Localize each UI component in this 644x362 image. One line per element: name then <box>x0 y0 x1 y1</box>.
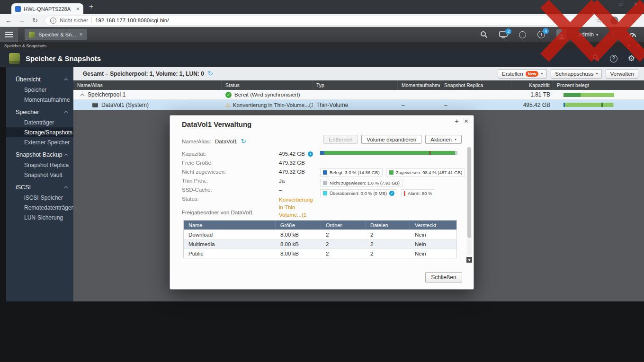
screen: HWL-QNAPTS228A × + – □ × ← → ↻ i Nicht s… <box>0 0 644 362</box>
actions-button[interactable]: Aktionen ▾ <box>425 135 462 144</box>
user-menu[interactable]: admin ▾ <box>578 31 598 38</box>
browser-toolbar-right: ☆ ⋮ <box>590 17 644 25</box>
legend-swatch <box>389 170 394 175</box>
col-snapshot-replica[interactable]: Snapshot Replica <box>440 80 511 90</box>
sidebar-item-storage-snapshots[interactable]: Storage/Snapshots <box>6 127 73 137</box>
tab-close-icon[interactable]: × <box>76 5 80 12</box>
share-row-multimedia[interactable]: Multimedia 8.00 kB 2 2 Nein <box>184 239 456 248</box>
browser-profile-avatar[interactable] <box>610 17 618 25</box>
sidebar-item-snapshot-vault[interactable]: Snapshot Vault <box>6 170 73 180</box>
app-search-icon[interactable] <box>592 54 599 63</box>
volume-name: DataVol1 (System) <box>101 102 149 108</box>
user-avatar[interactable] <box>556 29 567 40</box>
window-tab-title[interactable]: Speicher & Snapshots <box>4 44 46 48</box>
volume-replica: – <box>444 102 447 108</box>
col-name-alias[interactable]: Name/Alias <box>73 80 222 90</box>
scroll-down-button[interactable]: ▼ <box>466 257 472 263</box>
search-icon[interactable] <box>480 31 488 38</box>
dashboard-gauge-icon[interactable] <box>628 31 636 38</box>
rename-refresh-icon[interactable]: ↻ <box>241 138 246 145</box>
col-status[interactable]: Status <box>222 80 313 90</box>
col-momentaufnahme[interactable]: Momentaufnahme <box>398 80 440 90</box>
remove-button[interactable]: Entfernen <box>323 135 358 144</box>
forward-icon[interactable]: → <box>17 17 27 24</box>
window-close-icon[interactable]: × <box>635 1 637 7</box>
shares-col-name[interactable]: Name <box>184 221 276 230</box>
window-tab-add-icon[interactable]: + <box>627 43 631 49</box>
browser-tab[interactable]: HWL-QNAPTS228A × <box>11 3 83 14</box>
app-tab-close-icon[interactable]: × <box>80 31 83 38</box>
app-icon <box>9 53 20 64</box>
external-device-icon[interactable]: 2 <box>499 31 508 38</box>
scrollbar-thumb[interactable] <box>467 147 471 238</box>
collapse-chevron-icon[interactable] <box>80 93 84 97</box>
shares-col-versteckt[interactable]: Versteckt <box>410 221 456 230</box>
create-button[interactable]: Erstellen New ▾ <box>498 69 547 79</box>
open-app-tab[interactable]: Speicher & Sn... × <box>25 29 87 40</box>
sidebar-section-speicher[interactable]: Speicher <box>6 106 73 117</box>
capacity-info-icon[interactable]: i <box>308 151 313 157</box>
favicon <box>15 6 21 12</box>
status-warning-icon: ⚠ <box>225 102 231 108</box>
new-tab-button[interactable]: + <box>89 2 93 11</box>
overallocation-info-icon[interactable]: i <box>389 191 394 196</box>
sidebar-item-snapshot-replica[interactable]: Snapshot Replica <box>6 160 73 170</box>
user-caret-icon: ▾ <box>596 33 598 37</box>
chevron-up-icon <box>64 186 68 190</box>
main-menu-button[interactable] <box>0 27 18 42</box>
window-tab-close-icon[interactable]: × <box>636 43 640 49</box>
sidebar-item-externer-speicher[interactable]: Externer Speicher <box>6 137 73 147</box>
close-dialog-button[interactable]: Schließen <box>425 272 462 283</box>
manage-button[interactable]: Verwalten <box>606 69 638 79</box>
browser-menu-icon[interactable]: ⋮ <box>629 17 638 24</box>
field-freie-groesse: Freie Größe: 479.32 GB <box>182 159 314 168</box>
sidebar-item-datentraeger[interactable]: Datenträger <box>6 117 73 127</box>
table-row-datavol1[interactable]: DataVol1 (System) ⚠ Konvertierung in Thi… <box>73 100 644 110</box>
settings-gear-icon[interactable]: ⚙ <box>628 54 635 62</box>
sidebar-item-remotedatentraeger[interactable]: Remotedatenträger <box>6 203 73 212</box>
sidebar-item-iscsi-speicher[interactable]: iSCSI-Speicher <box>6 193 73 203</box>
chevron-up-icon <box>64 111 68 115</box>
sidebar-section-snapshot-backup[interactable]: Snapshot-Backup <box>6 149 73 160</box>
notifications-icon[interactable]: ! 4 <box>537 31 545 38</box>
dialog-close-icon[interactable]: × <box>464 117 468 125</box>
site-info-icon[interactable]: i <box>50 18 56 24</box>
background-tasks-icon[interactable] <box>519 31 526 38</box>
table-row-pool[interactable]: Speicherpool 1 ✓ Bereit (Wird synchronis… <box>73 90 644 100</box>
sidebar-item-lun-sicherung[interactable]: LUN-Sicherung <box>6 212 73 222</box>
sidebar-item-speicher[interactable]: Speicher <box>6 85 73 95</box>
dialog-scrollbar[interactable] <box>467 146 472 256</box>
sidebar-item-momentaufnahme[interactable]: Momentaufnahme <box>6 95 73 105</box>
shares-table-header: Name Größe Ordner Dateien Versteckt <box>184 221 456 230</box>
col-typ[interactable]: Typ <box>313 80 398 90</box>
window-minimize-icon[interactable]: – <box>606 1 608 7</box>
share-row-public[interactable]: Public 8.00 kB 2 2 Nein <box>184 248 456 258</box>
bookmark-star-icon[interactable]: ☆ <box>594 17 604 24</box>
name-alias-value: DataVol1 <box>215 139 237 144</box>
table-header: Name/Alias Status Typ Momentaufnahme Sna… <box>73 80 644 90</box>
dialog-maximize-icon[interactable]: + <box>455 117 459 125</box>
dialog-title: DataVol1 Verwaltung <box>182 120 251 128</box>
shares-col-dateien[interactable]: Dateien <box>366 221 410 230</box>
address-bar[interactable]: i Nicht sicher 192.168.177.100:8080/cgi-… <box>45 16 589 26</box>
col-kapazitaet[interactable]: Kapazität <box>511 80 553 90</box>
capacity-bar <box>320 151 457 155</box>
app-title: Speicher & Snapshots <box>26 54 101 62</box>
dialog-buttons: Entfernen Volume expandieren Aktionen ▾ <box>323 135 462 144</box>
refresh-icon[interactable]: ↻ <box>208 70 213 77</box>
sidebar-section-uebersicht[interactable]: Übersicht <box>6 74 73 85</box>
share-row-download[interactable]: Download 8.00 kB 2 2 Nein <box>184 230 456 239</box>
snapshot-button[interactable]: Schnappschuss ▾ <box>551 69 602 79</box>
expand-volume-button[interactable]: Volume expandieren <box>361 135 421 144</box>
col-prozent-belegt[interactable]: Prozent belegt <box>553 80 644 90</box>
back-icon[interactable]: ← <box>4 17 13 24</box>
shares-col-ordner[interactable]: Ordner <box>321 221 366 230</box>
pool-name: Speicherpool 1 <box>88 91 125 98</box>
shares-col-groesse[interactable]: Größe <box>276 221 321 230</box>
help-icon[interactable]: ? <box>610 55 617 62</box>
window-maximize-icon[interactable]: □ <box>620 1 623 7</box>
sidebar-section-iscsi[interactable]: iSCSI <box>6 182 73 193</box>
more-options-icon[interactable]: ⋮ <box>609 30 617 39</box>
datavol1-dialog: DataVol1 Verwaltung + × Name/Alias: Data… <box>170 115 474 290</box>
reload-icon[interactable]: ↻ <box>30 17 40 24</box>
